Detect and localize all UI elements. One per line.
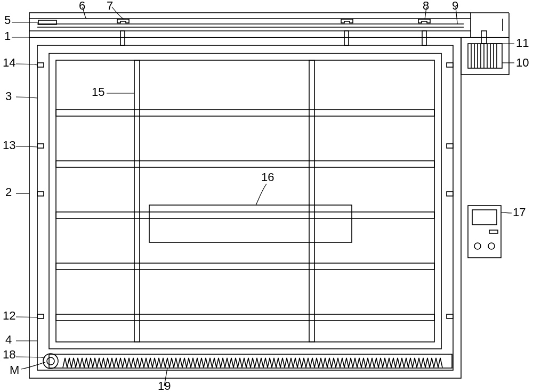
svg-rect-35 (37, 192, 44, 196)
cage-frame (49, 53, 441, 349)
label-M: M (10, 363, 19, 377)
label-10: 10 (516, 56, 529, 69)
label-8: 8 (423, 0, 429, 12)
label-5: 5 (4, 13, 11, 27)
svg-rect-38 (447, 144, 453, 148)
svg-rect-1 (29, 13, 471, 37)
motor-coil (471, 44, 497, 68)
svg-rect-27 (309, 60, 314, 342)
cage-shelves (56, 110, 434, 321)
svg-rect-25 (56, 60, 434, 342)
center-panel (149, 205, 352, 242)
svg-rect-24 (422, 31, 426, 45)
svg-rect-34 (37, 144, 44, 148)
label-2: 2 (5, 185, 12, 199)
svg-point-46 (488, 243, 495, 249)
svg-rect-43 (472, 210, 497, 225)
label-19: 19 (158, 379, 171, 392)
svg-rect-42 (468, 206, 501, 258)
label-15: 15 (92, 85, 104, 99)
label-9: 9 (452, 0, 458, 12)
svg-rect-28 (56, 110, 434, 116)
label-11: 11 (516, 36, 529, 50)
svg-rect-40 (447, 314, 453, 318)
side-tabs (37, 63, 453, 318)
svg-rect-29 (56, 161, 434, 167)
svg-rect-39 (447, 192, 453, 196)
label-18: 18 (3, 348, 15, 361)
label-6: 6 (79, 0, 85, 12)
svg-point-41 (47, 357, 54, 365)
svg-rect-30 (56, 212, 434, 218)
label-13: 13 (3, 138, 15, 152)
svg-point-45 (474, 243, 481, 249)
control-box (468, 206, 501, 258)
svg-rect-37 (447, 63, 453, 67)
label-17: 17 (513, 206, 526, 219)
bottom-coil (63, 358, 442, 368)
label-1: 1 (4, 29, 11, 43)
svg-rect-32 (56, 314, 434, 321)
leader-lines (12, 7, 514, 386)
rail-clamps (117, 19, 430, 23)
label-4: 4 (5, 333, 12, 346)
svg-rect-23 (344, 31, 349, 45)
svg-rect-31 (56, 263, 434, 270)
top-hangers (120, 31, 426, 45)
svg-rect-36 (37, 314, 44, 318)
svg-rect-44 (489, 230, 498, 233)
label-14: 14 (3, 56, 15, 69)
label-3: 3 (5, 89, 12, 103)
label-12: 12 (3, 309, 15, 322)
roller (43, 354, 58, 369)
label-7: 7 (107, 0, 113, 12)
cage-verticals (134, 60, 314, 342)
svg-rect-33 (37, 63, 44, 67)
patent-figure: 5 1 6 7 8 9 11 10 14 3 15 13 2 16 17 12 … (0, 0, 533, 392)
svg-rect-26 (134, 60, 140, 342)
label-16: 16 (261, 170, 274, 184)
svg-rect-22 (120, 31, 125, 45)
